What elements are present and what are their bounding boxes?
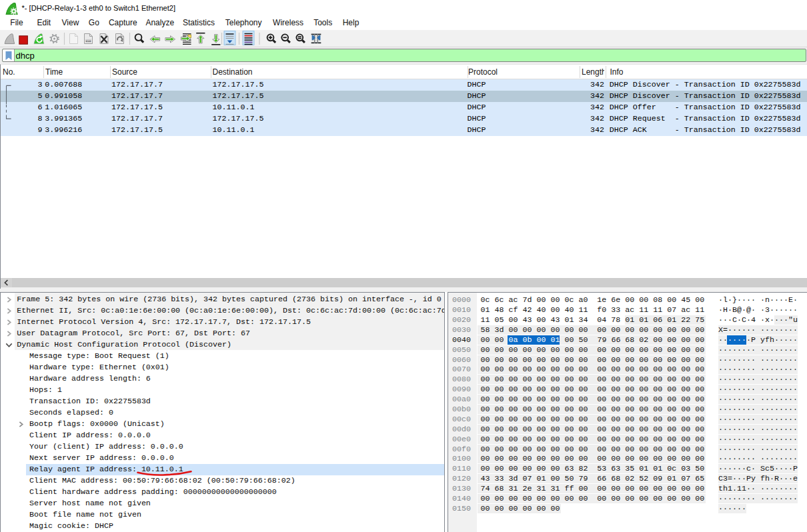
svg-text:010: 010 bbox=[86, 39, 91, 43]
